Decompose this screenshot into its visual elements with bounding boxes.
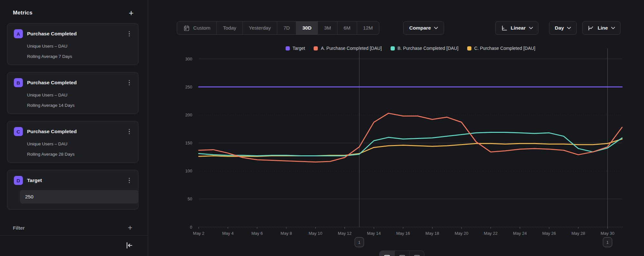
panel-view-icon <box>384 254 391 256</box>
metric-subline: Rolling Average 28 Days <box>27 152 132 157</box>
metric-title: Purchase Completed <box>27 80 127 86</box>
x-tick-label: May 18 <box>425 231 439 236</box>
metric-badge-C: C <box>14 127 23 136</box>
metric-badge-A: A <box>14 29 23 38</box>
x-tick-label: May 8 <box>280 231 292 236</box>
collapse-sidebar-icon[interactable] <box>125 241 134 250</box>
metric-card-header: B Purchase Completed <box>14 78 132 87</box>
metric-badge-D: D <box>14 176 23 185</box>
y-tick-label: 150 <box>185 141 192 145</box>
svg-text:1: 1 <box>606 240 609 245</box>
x-tick-label: May 6 <box>251 231 263 236</box>
y-tick-label: 200 <box>185 113 192 117</box>
x-tick-label: May 2 <box>193 231 204 236</box>
metric-list: A Purchase Completed Unique Users – DAUR… <box>0 23 148 210</box>
kebab-menu-icon[interactable] <box>127 177 132 185</box>
metric-subline: Unique Users – DAU <box>27 142 132 146</box>
svg-text:1: 1 <box>358 240 360 245</box>
sidebar: Metrics + A Purchase Completed Unique Us… <box>0 0 148 256</box>
y-tick-label: 100 <box>185 169 192 173</box>
x-tick-label: May 12 <box>338 231 352 236</box>
filter-section: Filter + <box>0 217 148 235</box>
y-tick-label: 300 <box>185 57 192 61</box>
kebab-menu-icon[interactable] <box>127 128 132 136</box>
x-tick-label: May 4 <box>222 231 233 236</box>
x-tick-label: May 26 <box>542 231 556 236</box>
view-option-table[interactable] <box>394 251 409 256</box>
metric-card-C[interactable]: C Purchase Completed Unique Users – DAUR… <box>7 121 138 163</box>
metric-card-D[interactable]: D Target <box>7 170 138 210</box>
series-c-purchase-completed-dau- <box>199 139 622 156</box>
metric-subline: Rolling Average 7 Days <box>27 54 132 59</box>
x-tick-label: May 30 <box>601 231 614 236</box>
filter-label: Filter <box>13 225 25 231</box>
table-view-icon <box>399 254 406 256</box>
metric-subline: Unique Users – DAU <box>27 44 132 49</box>
x-tick-label: May 14 <box>367 231 381 236</box>
sidebar-header: Metrics + <box>0 0 148 23</box>
y-tick-label: 0 <box>190 225 192 230</box>
series-a-purchase-completed-dau- <box>199 113 622 162</box>
view-option-panel[interactable] <box>380 251 394 256</box>
metric-title: Purchase Completed <box>27 129 127 134</box>
x-tick-label: May 20 <box>455 231 469 236</box>
kebab-menu-icon[interactable] <box>127 30 132 38</box>
sidebar-footer <box>0 236 148 250</box>
metric-card-header: A Purchase Completed <box>14 29 132 38</box>
x-tick-label: May 10 <box>308 231 322 236</box>
metric-card-B[interactable]: B Purchase Completed Unique Users – DAUR… <box>7 72 138 114</box>
x-tick-label: May 16 <box>396 231 410 236</box>
add-filter-button[interactable]: + <box>128 224 132 231</box>
metric-card-header: C Purchase Completed <box>14 127 132 136</box>
add-metric-button[interactable]: + <box>129 10 134 16</box>
annotation-badge[interactable]: 1 <box>603 237 612 247</box>
metric-title: Target <box>27 178 127 183</box>
metrics-dashboard: Metrics + A Purchase Completed Unique Us… <box>0 0 644 256</box>
view-option-card[interactable] <box>409 251 424 256</box>
metric-subline: Unique Users – DAU <box>27 93 132 97</box>
metric-subline: Rolling Average 14 Days <box>27 103 132 108</box>
metric-title: Purchase Completed <box>27 31 127 37</box>
annotation-badge[interactable]: 1 <box>355 237 364 247</box>
metric-card-header: D Target <box>14 176 132 185</box>
kebab-menu-icon[interactable] <box>127 79 132 87</box>
x-tick-label: May 22 <box>484 231 498 236</box>
card-view-icon <box>413 254 421 256</box>
metric-badge-B: B <box>14 78 23 87</box>
x-tick-label: May 24 <box>513 231 527 236</box>
y-tick-label: 250 <box>185 85 192 89</box>
view-switcher <box>379 251 424 256</box>
y-tick-label: 50 <box>188 197 192 201</box>
sidebar-title: Metrics <box>13 10 33 16</box>
main-panel: CustomTodayYesterday7D30D3M6M12M Compare… <box>148 0 644 256</box>
line-chart[interactable]: May 2May 4May 6May 8May 10May 12May 14Ma… <box>148 0 644 256</box>
target-value-input[interactable] <box>20 190 138 204</box>
metric-card-A[interactable]: A Purchase Completed Unique Users – DAUR… <box>7 23 138 65</box>
x-tick-label: May 28 <box>572 231 585 236</box>
